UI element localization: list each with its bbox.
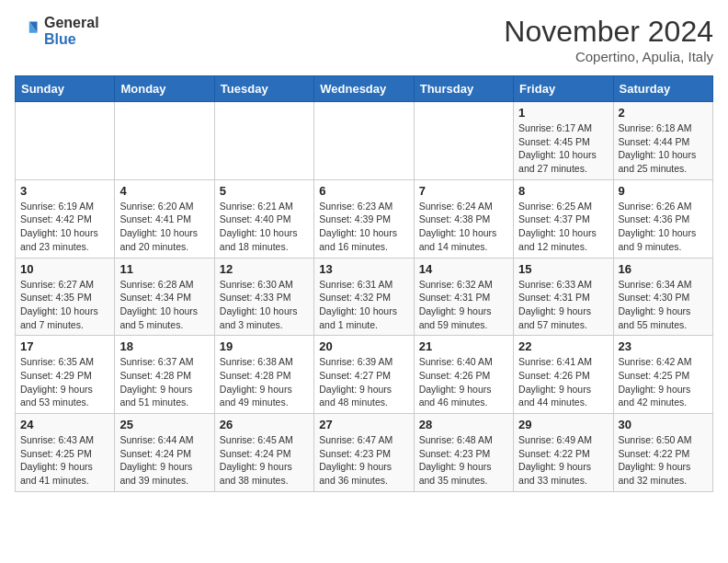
week-row-5: 24Sunrise: 6:43 AM Sunset: 4:25 PM Dayli… — [16, 414, 713, 492]
calendar-cell: 7Sunrise: 6:24 AM Sunset: 4:38 PM Daylig… — [414, 179, 513, 258]
calendar-cell: 21Sunrise: 6:40 AM Sunset: 4:26 PM Dayli… — [414, 336, 513, 414]
day-number: 30 — [619, 418, 708, 431]
header: General Blue November 2024 Copertino, Ap… — [15, 15, 713, 64]
day-info: Sunrise: 6:50 AM Sunset: 4:22 PM Dayligh… — [619, 433, 708, 488]
day-number: 4 — [119, 184, 209, 198]
calendar-cell — [214, 102, 313, 180]
day-header-tuesday: Tuesday — [214, 76, 313, 102]
week-row-2: 3Sunrise: 6:19 AM Sunset: 4:42 PM Daylig… — [16, 179, 713, 258]
calendar-cell: 15Sunrise: 6:33 AM Sunset: 4:31 PM Dayli… — [514, 258, 613, 336]
day-info: Sunrise: 6:20 AM Sunset: 4:41 PM Dayligh… — [119, 200, 209, 254]
day-info: Sunrise: 6:32 AM Sunset: 4:31 PM Dayligh… — [419, 278, 508, 332]
day-info: Sunrise: 6:18 AM Sunset: 4:44 PM Dayligh… — [619, 121, 708, 176]
calendar-cell: 22Sunrise: 6:41 AM Sunset: 4:26 PM Dayli… — [514, 336, 613, 414]
calendar-cell: 9Sunrise: 6:26 AM Sunset: 4:36 PM Daylig… — [613, 179, 712, 258]
day-info: Sunrise: 6:28 AM Sunset: 4:34 PM Dayligh… — [119, 278, 209, 332]
day-header-monday: Monday — [115, 76, 214, 102]
day-number: 6 — [319, 184, 408, 198]
day-number: 20 — [319, 339, 408, 353]
calendar-cell: 1Sunrise: 6:17 AM Sunset: 4:45 PM Daylig… — [514, 102, 613, 180]
day-number: 28 — [419, 418, 508, 431]
calendar-cell — [115, 102, 214, 180]
calendar-cell: 25Sunrise: 6:44 AM Sunset: 4:24 PM Dayli… — [115, 414, 214, 492]
day-number: 7 — [419, 184, 508, 198]
title-area: November 2024 Copertino, Apulia, Italy — [504, 15, 713, 64]
logo-blue-text: Blue — [44, 31, 99, 48]
logo-text: General Blue — [44, 15, 99, 47]
day-header-saturday: Saturday — [613, 76, 712, 102]
calendar-cell: 5Sunrise: 6:21 AM Sunset: 4:40 PM Daylig… — [214, 179, 313, 258]
day-info: Sunrise: 6:30 AM Sunset: 4:33 PM Dayligh… — [220, 278, 309, 332]
day-info: Sunrise: 6:41 AM Sunset: 4:26 PM Dayligh… — [518, 355, 608, 409]
day-info: Sunrise: 6:47 AM Sunset: 4:23 PM Dayligh… — [319, 433, 408, 488]
day-info: Sunrise: 6:33 AM Sunset: 4:31 PM Dayligh… — [518, 278, 608, 332]
day-number: 10 — [20, 262, 109, 276]
calendar-cell: 29Sunrise: 6:49 AM Sunset: 4:22 PM Dayli… — [514, 414, 613, 492]
day-info: Sunrise: 6:42 AM Sunset: 4:25 PM Dayligh… — [619, 355, 708, 409]
day-number: 15 — [518, 262, 608, 276]
day-info: Sunrise: 6:37 AM Sunset: 4:28 PM Dayligh… — [119, 355, 209, 409]
calendar-cell: 12Sunrise: 6:30 AM Sunset: 4:33 PM Dayli… — [214, 258, 313, 336]
calendar-cell: 26Sunrise: 6:45 AM Sunset: 4:24 PM Dayli… — [214, 414, 313, 492]
day-info: Sunrise: 6:21 AM Sunset: 4:40 PM Dayligh… — [220, 200, 309, 254]
calendar-cell: 8Sunrise: 6:25 AM Sunset: 4:37 PM Daylig… — [514, 179, 613, 258]
calendar-cell: 18Sunrise: 6:37 AM Sunset: 4:28 PM Dayli… — [115, 336, 214, 414]
day-number: 22 — [518, 339, 608, 353]
day-number: 12 — [220, 262, 309, 276]
day-number: 13 — [319, 262, 408, 276]
day-header-sunday: Sunday — [16, 76, 115, 102]
week-row-4: 17Sunrise: 6:35 AM Sunset: 4:29 PM Dayli… — [16, 336, 713, 414]
day-number: 18 — [119, 339, 209, 353]
logo-icon — [15, 18, 40, 44]
calendar-cell: 27Sunrise: 6:47 AM Sunset: 4:23 PM Dayli… — [314, 414, 414, 492]
day-info: Sunrise: 6:26 AM Sunset: 4:36 PM Dayligh… — [619, 200, 708, 254]
day-number: 24 — [20, 418, 109, 431]
day-info: Sunrise: 6:39 AM Sunset: 4:27 PM Dayligh… — [319, 355, 408, 409]
calendar-cell: 14Sunrise: 6:32 AM Sunset: 4:31 PM Dayli… — [414, 258, 513, 336]
calendar-cell: 3Sunrise: 6:19 AM Sunset: 4:42 PM Daylig… — [16, 179, 115, 258]
day-number: 8 — [518, 184, 608, 198]
day-number: 9 — [619, 184, 708, 198]
calendar-cell: 24Sunrise: 6:43 AM Sunset: 4:25 PM Dayli… — [16, 414, 115, 492]
calendar-cell: 2Sunrise: 6:18 AM Sunset: 4:44 PM Daylig… — [613, 102, 712, 180]
day-number: 16 — [619, 262, 708, 276]
day-info: Sunrise: 6:17 AM Sunset: 4:45 PM Dayligh… — [518, 121, 608, 176]
day-header-friday: Friday — [514, 76, 613, 102]
day-number: 29 — [518, 418, 608, 431]
day-number: 17 — [20, 339, 109, 353]
day-info: Sunrise: 6:38 AM Sunset: 4:28 PM Dayligh… — [220, 355, 309, 409]
calendar-table: SundayMondayTuesdayWednesdayThursdayFrid… — [15, 75, 713, 492]
day-info: Sunrise: 6:23 AM Sunset: 4:39 PM Dayligh… — [319, 200, 408, 254]
day-info: Sunrise: 6:40 AM Sunset: 4:26 PM Dayligh… — [419, 355, 508, 409]
calendar-cell: 10Sunrise: 6:27 AM Sunset: 4:35 PM Dayli… — [16, 258, 115, 336]
week-row-1: 1Sunrise: 6:17 AM Sunset: 4:45 PM Daylig… — [16, 102, 713, 180]
day-number: 27 — [319, 418, 408, 431]
calendar-cell — [16, 102, 115, 180]
calendar-cell: 13Sunrise: 6:31 AM Sunset: 4:32 PM Dayli… — [314, 258, 414, 336]
week-row-3: 10Sunrise: 6:27 AM Sunset: 4:35 PM Dayli… — [16, 258, 713, 336]
calendar-cell: 20Sunrise: 6:39 AM Sunset: 4:27 PM Dayli… — [314, 336, 414, 414]
day-info: Sunrise: 6:48 AM Sunset: 4:23 PM Dayligh… — [419, 433, 508, 488]
calendar-cell — [314, 102, 414, 180]
day-header-wednesday: Wednesday — [314, 76, 414, 102]
day-number: 25 — [119, 418, 209, 431]
day-number: 19 — [220, 339, 309, 353]
day-info: Sunrise: 6:19 AM Sunset: 4:42 PM Dayligh… — [20, 200, 109, 254]
day-number: 14 — [419, 262, 508, 276]
day-headers-row: SundayMondayTuesdayWednesdayThursdayFrid… — [16, 76, 713, 102]
day-info: Sunrise: 6:27 AM Sunset: 4:35 PM Dayligh… — [20, 278, 109, 332]
day-number: 5 — [220, 184, 309, 198]
day-info: Sunrise: 6:34 AM Sunset: 4:30 PM Dayligh… — [619, 278, 708, 332]
calendar-cell: 30Sunrise: 6:50 AM Sunset: 4:22 PM Dayli… — [613, 414, 712, 492]
day-number: 26 — [220, 418, 309, 431]
day-info: Sunrise: 6:31 AM Sunset: 4:32 PM Dayligh… — [319, 278, 408, 332]
day-number: 1 — [518, 106, 608, 120]
calendar-cell: 28Sunrise: 6:48 AM Sunset: 4:23 PM Dayli… — [414, 414, 513, 492]
calendar-cell: 23Sunrise: 6:42 AM Sunset: 4:25 PM Dayli… — [613, 336, 712, 414]
day-info: Sunrise: 6:44 AM Sunset: 4:24 PM Dayligh… — [119, 433, 209, 488]
day-header-thursday: Thursday — [414, 76, 513, 102]
calendar-cell: 19Sunrise: 6:38 AM Sunset: 4:28 PM Dayli… — [214, 336, 313, 414]
day-number: 23 — [619, 339, 708, 353]
logo: General Blue — [15, 15, 99, 47]
day-info: Sunrise: 6:35 AM Sunset: 4:29 PM Dayligh… — [20, 355, 109, 409]
